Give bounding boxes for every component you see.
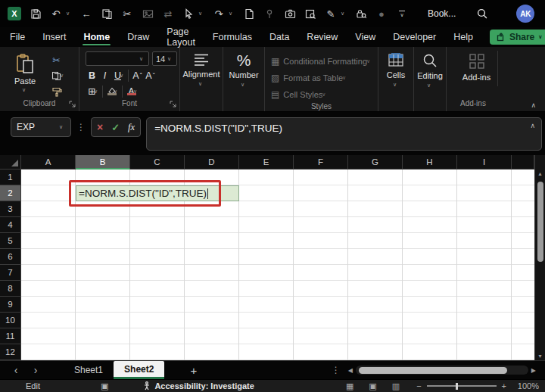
font-size-select[interactable]: 14∨: [152, 51, 177, 66]
back-icon[interactable]: ←: [80, 8, 92, 20]
copy-icon[interactable]: [101, 8, 113, 20]
zoom-slider[interactable]: [427, 385, 497, 387]
paste-button[interactable]: Paste ∨: [8, 51, 42, 93]
name-box[interactable]: EXP ∨: [11, 117, 71, 137]
column-header-f[interactable]: F: [294, 155, 348, 170]
fill-color-dropdown-icon[interactable]: ∨: [114, 89, 120, 95]
zoom-level[interactable]: 100%: [512, 381, 539, 390]
view-page-layout-icon[interactable]: ▣: [369, 381, 376, 391]
view-normal-icon[interactable]: ▦: [346, 381, 353, 391]
font-color-dropdown-icon[interactable]: ∨: [133, 89, 139, 95]
column-header-c[interactable]: C: [130, 155, 185, 170]
preview-icon[interactable]: [304, 8, 316, 20]
font-dialog-launcher-icon[interactable]: [170, 101, 176, 109]
accessibility-status[interactable]: Accessibility: Investigate: [143, 381, 254, 390]
cell-styles-button[interactable]: ▤ Cell Styles ∨: [265, 86, 328, 102]
zoom-in-button[interactable]: +: [502, 381, 506, 390]
view-page-break-icon[interactable]: ▥: [392, 381, 400, 391]
vertical-scrollbar[interactable]: ▲ ▼: [534, 170, 545, 360]
confirm-entry-button[interactable]: ✓: [111, 122, 120, 133]
row-header-12[interactable]: 12: [0, 344, 21, 360]
save-icon[interactable]: [30, 8, 42, 20]
bold-button[interactable]: B: [86, 69, 98, 82]
new-file-icon[interactable]: [243, 8, 255, 20]
add-sheet-button[interactable]: +: [190, 364, 197, 377]
tab-data[interactable]: Data: [269, 29, 290, 45]
camera-icon[interactable]: [284, 8, 296, 20]
row-header-4[interactable]: 4: [0, 217, 21, 233]
tab-view[interactable]: View: [354, 29, 376, 45]
cells-button[interactable]: Cells ∨: [378, 47, 413, 88]
name-box-dropdown-icon[interactable]: ∨: [59, 124, 65, 130]
hscroll-right-icon[interactable]: ▶: [531, 367, 536, 374]
grow-font-button[interactable]: Aˆ: [131, 69, 144, 82]
sheet-tab-sheet2[interactable]: Sheet2: [114, 361, 164, 379]
format-painter-button[interactable]: [50, 86, 63, 98]
editing-button[interactable]: Editing ∨: [414, 47, 446, 89]
addins-button[interactable]: Add-ins: [456, 51, 498, 86]
row-header-1[interactable]: 1: [0, 170, 21, 185]
row-header-10[interactable]: 10: [0, 313, 21, 328]
formula-bar-collapse-icon[interactable]: ∧: [530, 122, 535, 129]
sheet-tab-sheet1[interactable]: Sheet1: [64, 361, 114, 379]
hscroll-left-icon[interactable]: ◀: [348, 367, 353, 374]
column-header-b[interactable]: B: [76, 155, 130, 170]
sheetbar-more-icon[interactable]: ⋮: [332, 365, 341, 375]
search-icon[interactable]: [476, 8, 488, 20]
vertical-scroll-thumb[interactable]: [537, 182, 543, 262]
formula-bar-grip-icon[interactable]: ⋮: [76, 122, 86, 132]
sheet-nav-right-icon[interactable]: ›: [26, 364, 45, 376]
format-as-table-button[interactable]: ▨ Format as Table ∨: [265, 70, 348, 86]
font-name-select[interactable]: ∨: [86, 51, 149, 66]
tab-review[interactable]: Review: [306, 29, 338, 45]
conditional-formatting-button[interactable]: ▦ Conditional Formatting ∨: [265, 53, 372, 69]
paste-dropdown-icon[interactable]: ∨: [22, 87, 28, 93]
undo-icon[interactable]: ↶: [50, 8, 62, 20]
column-header-d[interactable]: D: [185, 155, 239, 170]
column-header-e[interactable]: E: [239, 155, 294, 170]
tab-help[interactable]: Help: [453, 29, 474, 45]
cut-button[interactable]: ✂: [50, 54, 63, 67]
touch-mode-dropdown-icon[interactable]: ∨: [198, 11, 204, 17]
row-header-8[interactable]: 8: [0, 281, 21, 297]
hscroll-thumb[interactable]: [359, 367, 507, 374]
scroll-up-icon[interactable]: ▲: [537, 171, 543, 176]
row-header-11[interactable]: 11: [0, 328, 21, 344]
column-header-g[interactable]: G: [348, 155, 403, 170]
touch-mode-icon[interactable]: [182, 8, 195, 20]
column-header-a[interactable]: A: [21, 155, 76, 170]
row-header-2[interactable]: 2: [0, 185, 21, 201]
collapse-ribbon-icon[interactable]: ∧: [531, 101, 536, 109]
column-header-partial[interactable]: [512, 155, 534, 170]
formula-input[interactable]: =NORM.S.DIST("ID",TRUE) ∧: [146, 117, 542, 151]
tab-developer[interactable]: Developer: [392, 29, 437, 45]
select-all-corner[interactable]: [0, 155, 21, 170]
undo-dropdown-icon[interactable]: ∨: [66, 11, 72, 17]
redo-dropdown-icon[interactable]: ∨: [229, 11, 235, 17]
row-header-9[interactable]: 9: [0, 297, 21, 313]
avatar[interactable]: AK: [516, 5, 534, 23]
borders-dropdown-icon[interactable]: ∨: [94, 89, 100, 95]
cancel-entry-button[interactable]: ×: [97, 121, 103, 133]
excel-app-icon[interactable]: X: [8, 7, 21, 20]
shrink-font-button[interactable]: Aˇ: [144, 69, 157, 82]
alignment-button[interactable]: Alignment ∨: [180, 47, 223, 87]
zoom-slider-thumb[interactable]: [456, 383, 458, 390]
hscroll-track[interactable]: [356, 366, 528, 375]
macro-record-icon[interactable]: ▣: [101, 381, 108, 391]
tab-draw[interactable]: Draw: [126, 29, 150, 45]
row-header-7[interactable]: 7: [0, 265, 21, 281]
redo-icon[interactable]: ↷: [213, 8, 225, 20]
tab-file[interactable]: File: [9, 29, 26, 45]
lock-inspect-icon[interactable]: [355, 8, 367, 20]
horizontal-scrollbar[interactable]: ◀ ▶: [348, 366, 536, 375]
zoom-out-button[interactable]: −: [416, 381, 421, 390]
column-header-h[interactable]: H: [403, 155, 457, 170]
tab-formulas[interactable]: Formulas: [212, 29, 253, 45]
share-button[interactable]: Share ∨: [490, 30, 545, 45]
row-header-5[interactable]: 5: [0, 233, 21, 249]
column-header-i[interactable]: I: [457, 155, 512, 170]
qat-overflow-icon[interactable]: ∨: [396, 8, 408, 20]
clipboard-dialog-launcher-icon[interactable]: [69, 101, 76, 109]
cut-icon[interactable]: ✂: [121, 8, 133, 20]
